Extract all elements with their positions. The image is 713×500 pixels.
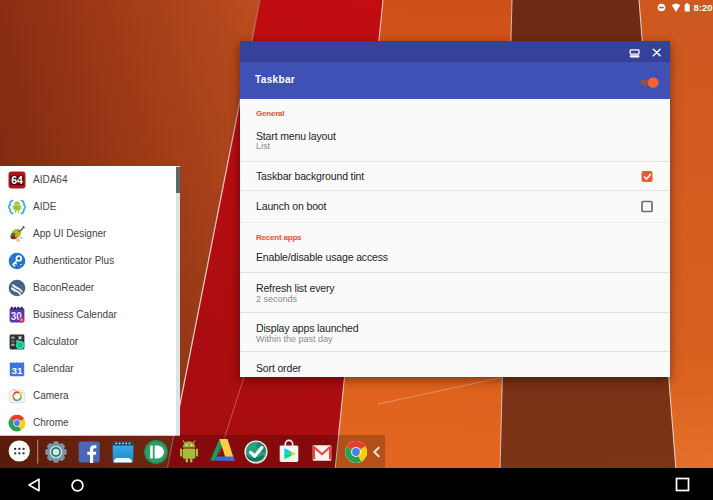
svg-text:8:20: 8:20 — [694, 2, 713, 13]
svg-text:64: 64 — [11, 174, 23, 186]
svg-text:31: 31 — [12, 364, 23, 375]
